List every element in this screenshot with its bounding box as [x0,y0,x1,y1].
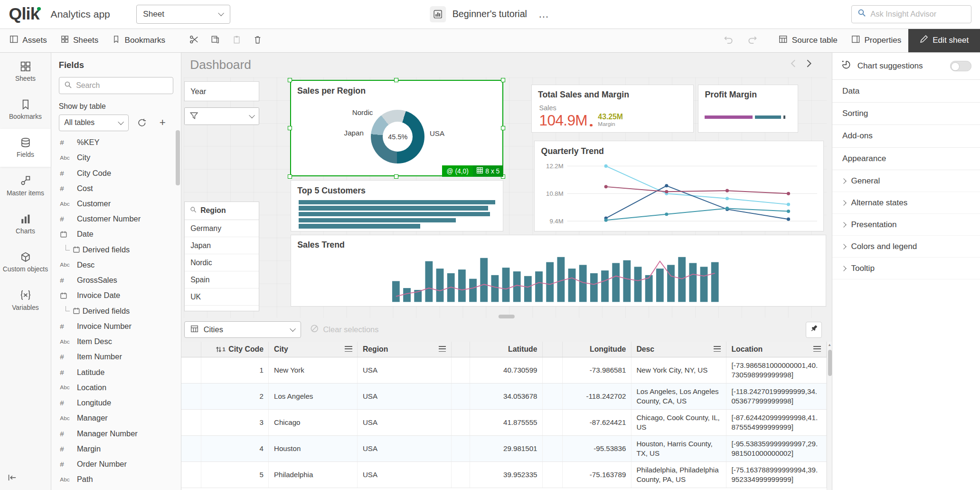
bookmarks-button[interactable]: Bookmarks [105,29,172,52]
donut-chart[interactable]: 45.5% [371,110,424,163]
undo-button[interactable] [718,35,740,46]
resize-handle[interactable] [394,174,398,179]
total-sales-kpi[interactable]: Total Sales and Margin Sales 104.9M 43.2… [531,85,694,133]
resize-handle[interactable] [501,126,505,130]
field-item-item-desc[interactable]: AbcItem Desc [51,334,181,349]
field-item-manager[interactable]: AbcManager [51,411,181,426]
all-tables-dropdown[interactable]: All tables [59,115,129,131]
fields-search[interactable] [59,77,173,95]
customer-bar[interactable] [299,206,488,210]
customer-bar[interactable] [299,218,456,222]
copy-button[interactable] [205,29,226,52]
source-table-button[interactable]: Source table [772,29,845,52]
region-option-japan[interactable]: Japan [185,237,259,254]
field-item-latitude[interactable]: #Latitude [51,365,181,380]
customer-bar[interactable] [299,224,421,228]
resize-handle[interactable] [288,174,292,179]
appearance-general[interactable]: General [832,170,980,192]
cycle-fields-button[interactable] [134,115,150,131]
qlik-logo[interactable]: Qlik [9,4,42,24]
properties-button[interactable]: Properties [844,29,908,52]
table-row[interactable]: 3ChicagoUSA41.875555-87.624421Chicago, C… [181,410,826,436]
edit-sheet-button[interactable]: Edit sheet [908,29,980,52]
field-item-key[interactable]: #%KEY [51,135,181,150]
field-item-longitude[interactable]: #Longitude [51,395,181,410]
chart-suggestions-toggle[interactable] [950,61,971,71]
cities-table-selector[interactable]: Cities [184,321,301,338]
column-menu-header[interactable] [451,342,470,357]
field-item-customer[interactable]: AbcCustomer [51,196,181,211]
paste-button[interactable] [226,29,247,52]
column-menu-icon[interactable] [714,346,721,352]
field-item-margin[interactable]: #Margin [51,441,181,456]
more-options-button[interactable]: … [538,8,550,20]
column-header-latitude[interactable]: Latitude [470,342,543,357]
column-header-city-code[interactable]: 1City Code [201,342,269,357]
customer-bar[interactable] [299,200,495,204]
previous-sheet-button[interactable] [791,59,796,67]
scrollbar-thumb[interactable] [828,350,832,376]
delete-button[interactable] [247,29,268,52]
region-option-nordic[interactable]: Nordic [185,254,259,271]
resize-handle[interactable] [394,78,398,82]
top-customers-chart[interactable]: Top 5 Customers [291,180,503,231]
region-option-uk[interactable]: UK [185,288,259,306]
column-menu-icon[interactable] [439,346,446,352]
next-sheet-button[interactable] [807,59,812,67]
resize-handle[interactable] [501,78,505,82]
rail-item-sheets[interactable]: Sheets [0,53,51,91]
profit-margin-chart[interactable]: Profit Margin [698,85,798,133]
column-header-city[interactable]: City [269,342,358,357]
section-add-ons[interactable]: Add-ons [832,125,980,147]
collapse-panel-button[interactable] [8,472,17,484]
region-option-spain[interactable]: Spain [185,271,259,288]
cut-button[interactable] [183,29,205,52]
appearance-alternate-states[interactable]: Alternate states [832,192,980,214]
splitter-handle[interactable] [499,315,515,318]
region-option-germany[interactable]: Germany [185,220,259,237]
appearance-colors-and-legend[interactable]: Colors and legend [832,236,980,258]
fields-search-input[interactable] [76,81,168,90]
table-row[interactable]: 4HoustonUSA29.981501-95.53836Houston, Ha… [181,436,826,462]
field-item-manager-number[interactable]: #Manager Number [51,426,181,441]
insight-advisor-input[interactable] [870,10,965,19]
redo-button[interactable] [742,35,763,46]
sales-per-region-chart[interactable]: Sales per Region 45.5% Nordic Japan USA … [290,80,503,176]
table-row[interactable]: 5PhiladelphiaUSA39.952335-75.163789Phila… [181,462,826,488]
column-menu-icon[interactable] [813,346,821,352]
scroll-up-arrow[interactable]: ▲ [827,342,832,348]
year-filter-listbox[interactable]: Year [184,81,259,101]
sales-trend-chart[interactable]: Sales Trend [291,235,826,307]
field-item-item-number[interactable]: #Item Number [51,349,181,365]
column-menu-header[interactable] [181,342,201,357]
field-item-invoice-number[interactable]: #Invoice Number [51,318,181,334]
field-item-cost[interactable]: #Cost [51,181,181,196]
rail-item-custom-objects[interactable]: Custom objects [0,243,51,281]
field-item-customer-number[interactable]: #Customer Number [51,211,181,227]
field-item-path[interactable]: AbcPath [51,472,181,487]
column-header-desc[interactable]: Desc [631,342,726,357]
region-filter-listbox[interactable]: Region GermanyJapanNordicSpainUK [184,202,259,312]
scrollbar-thumb[interactable] [176,130,180,185]
rail-item-fields[interactable]: Fields [0,129,51,167]
field-item-grosssales[interactable]: #GrossSales [51,273,181,288]
field-item-product-group[interactable]: AbcProduct Group [51,487,181,490]
assets-button[interactable]: Assets [2,29,54,52]
field-item-derived-fields[interactable]: Derived fields [51,303,181,318]
rail-item-charts[interactable]: Charts [0,205,51,243]
sheets-button[interactable]: Sheets [54,29,105,52]
sheet-selector-dropdown[interactable]: Sheet [136,5,230,23]
column-header-longitude[interactable]: Longitude [563,342,631,357]
section-appearance[interactable]: Appearance [832,148,980,170]
table-row[interactable]: 1New YorkUSA40.730599-73.986581New York … [181,357,826,384]
section-sorting[interactable]: Sorting [832,103,980,125]
field-item-order-number[interactable]: #Order Number [51,456,181,471]
column-menu-header[interactable] [542,342,562,357]
fields-scrollbar[interactable] [176,129,180,486]
table-scrollbar[interactable]: ▲ [827,342,832,490]
listbox-header[interactable]: Region [185,202,259,220]
filter-dropdown[interactable] [184,107,259,125]
pin-button[interactable] [806,322,822,338]
table-row[interactable]: 2Los AngelesUSA34.053678-118.242702Los A… [181,384,826,410]
field-item-city[interactable]: AbcCity [51,150,181,165]
